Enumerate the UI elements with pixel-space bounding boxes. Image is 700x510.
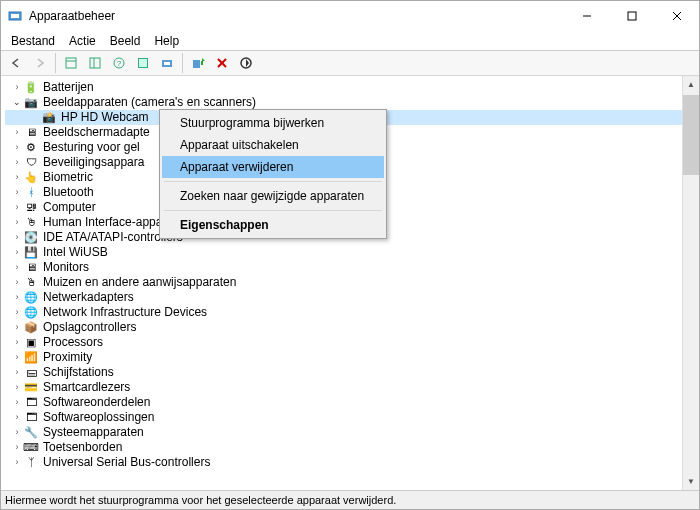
tree-node-label: Toetsenborden bbox=[43, 440, 122, 455]
update-driver-button[interactable] bbox=[187, 52, 209, 74]
back-button[interactable] bbox=[5, 52, 27, 74]
tree-node[interactable]: ›🗔Softwareonderdelen bbox=[5, 395, 699, 410]
collapse-icon[interactable]: ⌄ bbox=[11, 95, 23, 110]
menu-item-properties[interactable]: Eigenschappen bbox=[162, 214, 384, 236]
expand-icon[interactable]: › bbox=[11, 140, 23, 155]
expand-icon[interactable]: › bbox=[11, 425, 23, 440]
scrollbar[interactable]: ▲ ▼ bbox=[682, 76, 699, 490]
scroll-thumb[interactable] bbox=[683, 95, 699, 175]
svg-rect-8 bbox=[90, 58, 100, 68]
disk-icon: 🖴 bbox=[23, 366, 39, 380]
tree-node[interactable]: ›💳Smartcardlezers bbox=[5, 380, 699, 395]
toolbar-separator bbox=[55, 53, 56, 73]
expand-icon[interactable]: › bbox=[11, 215, 23, 230]
tree-node[interactable]: ›📦Opslagcontrollers bbox=[5, 320, 699, 335]
close-button[interactable] bbox=[654, 1, 699, 31]
expand-icon[interactable]: › bbox=[11, 440, 23, 455]
maximize-button[interactable] bbox=[609, 1, 654, 31]
expand-icon[interactable]: › bbox=[11, 230, 23, 245]
expand-icon[interactable]: › bbox=[11, 380, 23, 395]
expand-icon[interactable]: › bbox=[11, 200, 23, 215]
detail-view-button[interactable] bbox=[132, 52, 154, 74]
menu-item-uninstall-device[interactable]: Apparaat verwijderen bbox=[162, 156, 384, 178]
tree-node[interactable]: ›▣Processors bbox=[5, 335, 699, 350]
menu-item-disable-device[interactable]: Apparaat uitschakelen bbox=[162, 134, 384, 156]
tree-node[interactable]: ›🔧Systeemapparaten bbox=[5, 425, 699, 440]
menu-view[interactable]: Beeld bbox=[104, 33, 147, 49]
kbd-icon: ⌨ bbox=[23, 441, 39, 455]
forward-button[interactable] bbox=[29, 52, 51, 74]
camera-icon: 📷 bbox=[23, 96, 39, 110]
expand-icon[interactable]: › bbox=[11, 305, 23, 320]
status-text: Hiermee wordt het stuurprogramma voor he… bbox=[5, 494, 396, 506]
svg-text:?: ? bbox=[117, 59, 122, 68]
tree-node-label: Beeldschermadapte bbox=[43, 125, 150, 140]
scroll-up-button[interactable]: ▲ bbox=[683, 76, 699, 93]
storage-icon: 📦 bbox=[23, 321, 39, 335]
disable-device-button[interactable] bbox=[235, 52, 257, 74]
expand-icon[interactable]: › bbox=[11, 155, 23, 170]
hid-icon: 🖰 bbox=[23, 216, 39, 230]
tree-node-label: Beveiligingsappara bbox=[43, 155, 144, 170]
tree-node[interactable]: ›🖱Muizen en andere aanwijsapparaten bbox=[5, 275, 699, 290]
scroll-down-button[interactable]: ▼ bbox=[683, 473, 699, 490]
tree-node[interactable]: ›🖴Schijfstations bbox=[5, 365, 699, 380]
expand-icon[interactable]: › bbox=[11, 125, 23, 140]
toolbar-separator bbox=[182, 53, 183, 73]
expand-icon[interactable]: › bbox=[11, 365, 23, 380]
expand-icon[interactable]: › bbox=[11, 245, 23, 260]
finger-icon: 👆 bbox=[23, 171, 39, 185]
tree-node-label: Softwareonderdelen bbox=[43, 395, 150, 410]
tree-node[interactable]: ⌄📷Beeldapparaten (camera's en scanners) bbox=[5, 95, 699, 110]
tree-node-label: Beeldapparaten (camera's en scanners) bbox=[43, 95, 256, 110]
shield-icon: 🛡 bbox=[23, 156, 39, 170]
tree-node[interactable]: ›🌐Netwerkadapters bbox=[5, 290, 699, 305]
menu-item-update-driver[interactable]: Stuurprogramma bijwerken bbox=[162, 112, 384, 134]
menu-action[interactable]: Actie bbox=[63, 33, 102, 49]
tree-node-label: Besturing voor gel bbox=[43, 140, 140, 155]
tree-node-label: Smartcardlezers bbox=[43, 380, 130, 395]
sw-icon: 🗔 bbox=[23, 396, 39, 410]
window-controls bbox=[564, 1, 699, 31]
expand-icon[interactable]: › bbox=[11, 335, 23, 350]
tree-node-label: Systeemapparaten bbox=[43, 425, 144, 440]
scan-hardware-button[interactable] bbox=[156, 52, 178, 74]
bt-icon: ᚼ bbox=[23, 186, 39, 200]
expand-icon[interactable]: › bbox=[11, 185, 23, 200]
properties-view-button[interactable] bbox=[84, 52, 106, 74]
device-icon: ⚙ bbox=[23, 141, 39, 155]
expand-icon[interactable]: › bbox=[11, 410, 23, 425]
expand-icon[interactable]: › bbox=[11, 170, 23, 185]
menu-item-scan-hardware[interactable]: Zoeken naar gewijzigde apparaten bbox=[162, 185, 384, 207]
minimize-button[interactable] bbox=[564, 1, 609, 31]
expand-icon[interactable]: › bbox=[11, 290, 23, 305]
chip-icon: 🔧 bbox=[23, 426, 39, 440]
uninstall-device-button[interactable] bbox=[211, 52, 233, 74]
tree-node[interactable]: ›🔋Batterijen bbox=[5, 80, 699, 95]
tree-node[interactable]: ›🗔Softwareoplossingen bbox=[5, 410, 699, 425]
expand-icon[interactable]: › bbox=[11, 395, 23, 410]
help-button[interactable]: ? bbox=[108, 52, 130, 74]
menu-file[interactable]: Bestand bbox=[5, 33, 61, 49]
tree-node[interactable]: ›💾Intel WiUSB bbox=[5, 245, 699, 260]
tree-node[interactable]: ›⌨Toetsenborden bbox=[5, 440, 699, 455]
expand-icon[interactable]: › bbox=[11, 455, 23, 470]
tree-node-label: Computer bbox=[43, 200, 96, 215]
expand-icon[interactable]: › bbox=[11, 350, 23, 365]
tree-node[interactable]: ›🌐Network Infrastructure Devices bbox=[5, 305, 699, 320]
menu-help[interactable]: Help bbox=[148, 33, 185, 49]
tree-node-label: Batterijen bbox=[43, 80, 94, 95]
prox-icon: 📶 bbox=[23, 351, 39, 365]
tree-node[interactable]: ›ᛉUniversal Serial Bus-controllers bbox=[5, 455, 699, 470]
expand-icon[interactable]: › bbox=[11, 260, 23, 275]
scroll-track[interactable] bbox=[683, 175, 699, 473]
expand-icon[interactable]: › bbox=[11, 320, 23, 335]
pc-icon: 🖳 bbox=[23, 201, 39, 215]
svg-rect-1 bbox=[11, 14, 19, 18]
tree-node[interactable]: ›🖥Monitors bbox=[5, 260, 699, 275]
tree-node-label: Universal Serial Bus-controllers bbox=[43, 455, 210, 470]
expand-icon[interactable]: › bbox=[11, 80, 23, 95]
expand-icon[interactable]: › bbox=[11, 275, 23, 290]
show-hide-console-button[interactable] bbox=[60, 52, 82, 74]
tree-node[interactable]: ›📶Proximity bbox=[5, 350, 699, 365]
